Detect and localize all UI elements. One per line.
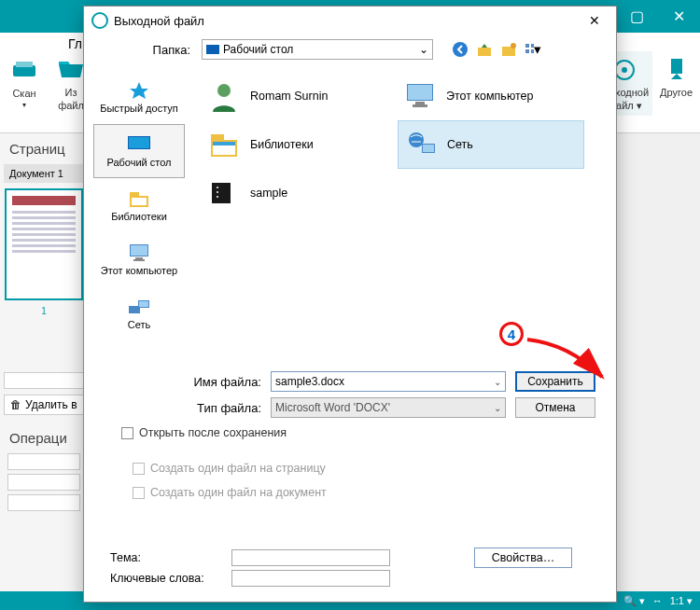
place-network[interactable]: Сеть bbox=[93, 286, 185, 340]
svg-point-41 bbox=[217, 196, 218, 198]
file-browser: Быстрый доступ Рабочий стол Библиотеки Э… bbox=[84, 64, 616, 363]
scanner-icon bbox=[9, 56, 39, 86]
checkbox-icon bbox=[133, 487, 145, 499]
item-sample-folder[interactable]: sample bbox=[202, 169, 398, 217]
dialog-titlebar: Выходной файл ✕ bbox=[84, 7, 616, 35]
pc-icon bbox=[403, 79, 437, 113]
svg-rect-6 bbox=[478, 48, 491, 56]
place-desktop[interactable]: Рабочий стол bbox=[93, 124, 185, 178]
save-button[interactable]: Сохранить bbox=[515, 371, 595, 392]
checkbox-icon bbox=[133, 463, 145, 475]
properties-button[interactable]: Свойства… bbox=[474, 548, 572, 568]
item-user-folder[interactable]: Romam Surnin bbox=[202, 72, 398, 120]
delete-button[interactable]: 🗑 Удалить в bbox=[4, 395, 84, 415]
trash-icon: 🗑 bbox=[10, 398, 21, 411]
one-per-doc-checkbox: Создать один файл на документ bbox=[84, 480, 603, 505]
filename-label: Имя файла: bbox=[84, 375, 271, 389]
one-per-page-checkbox: Создать один файл на страницу bbox=[84, 456, 603, 480]
dialog-title: Выходной файл bbox=[114, 14, 204, 28]
folder-open-icon bbox=[56, 55, 86, 85]
svg-rect-21 bbox=[133, 259, 145, 261]
svg-rect-28 bbox=[415, 102, 425, 104]
svg-rect-10 bbox=[531, 44, 534, 48]
form-area: Имя файла: sample3.docx⌄ Сохранить Тип ф… bbox=[84, 363, 616, 510]
page-thumbnail[interactable] bbox=[5, 188, 83, 300]
item-network[interactable]: Сеть bbox=[398, 120, 584, 169]
svg-point-3 bbox=[622, 67, 627, 73]
maximize-button[interactable]: ▢ bbox=[616, 0, 658, 33]
svg-rect-31 bbox=[211, 134, 224, 141]
star-icon bbox=[126, 80, 152, 101]
statusbar-search-icon[interactable]: 🔍 ▾ bbox=[623, 595, 645, 607]
svg-rect-17 bbox=[132, 198, 147, 205]
chevron-down-icon: ⌄ bbox=[419, 43, 428, 56]
close-dialog-button[interactable]: ✕ bbox=[581, 13, 609, 28]
place-quick-access[interactable]: Быстрый доступ bbox=[93, 70, 185, 124]
statusbar-zoom[interactable]: 1:1 ▾ bbox=[670, 595, 693, 607]
view-menu-icon[interactable]: ▾ bbox=[525, 41, 541, 58]
filename-input[interactable]: sample3.docx⌄ bbox=[271, 371, 506, 392]
new-folder-icon[interactable] bbox=[500, 41, 517, 58]
svg-point-39 bbox=[217, 187, 218, 188]
folder-label: Папка: bbox=[84, 43, 194, 57]
ribbon-scan[interactable]: Скан ▾ bbox=[6, 52, 43, 113]
place-thispc[interactable]: Этот компьютер bbox=[93, 232, 185, 286]
subject-input[interactable] bbox=[231, 549, 390, 566]
svg-rect-38 bbox=[231, 183, 236, 203]
ribbon-other[interactable]: Другое bbox=[656, 51, 696, 116]
metadata-area: Тема: Свойства… Ключевые слова: bbox=[84, 548, 616, 598]
svg-rect-11 bbox=[525, 49, 529, 53]
svg-rect-20 bbox=[135, 257, 143, 259]
ribbon-fromfile-l2: файл bbox=[58, 100, 84, 111]
file-list[interactable]: Romam Surnin Этот компьютер Библиотеки С… bbox=[194, 64, 616, 363]
desktop-icon bbox=[206, 45, 219, 54]
folder-value: Рабочий стол bbox=[223, 43, 293, 56]
network-icon bbox=[126, 297, 152, 317]
statusbar-fit-icon[interactable]: ↔ bbox=[652, 595, 663, 606]
svg-rect-19 bbox=[131, 245, 147, 256]
keywords-label: Ключевые слова: bbox=[110, 572, 231, 585]
operation-field-1[interactable] bbox=[7, 453, 80, 470]
cancel-button[interactable]: Отмена bbox=[515, 397, 595, 418]
close-app-button[interactable]: ✕ bbox=[658, 0, 700, 33]
svg-rect-24 bbox=[139, 301, 148, 307]
annotation-step-marker: 4 bbox=[499, 322, 524, 346]
operation-field-3[interactable] bbox=[7, 494, 80, 511]
svg-rect-33 bbox=[213, 142, 235, 146]
operation-field-2[interactable] bbox=[7, 474, 80, 491]
open-after-checkbox[interactable]: Открыть после сохранения bbox=[84, 421, 603, 445]
svg-rect-9 bbox=[525, 44, 529, 48]
app-icon bbox=[91, 12, 108, 29]
svg-rect-16 bbox=[130, 192, 139, 197]
svg-point-40 bbox=[217, 191, 218, 193]
svg-point-34 bbox=[409, 132, 424, 147]
app-logo bbox=[0, 0, 51, 33]
save-dialog: Выходной файл ✕ Папка: Рабочий стол ⌄ ▾ … bbox=[83, 6, 617, 603]
libraries-icon bbox=[207, 128, 241, 161]
ribbon-other-label: Другое bbox=[660, 87, 693, 98]
network-icon bbox=[404, 128, 438, 161]
chevron-down-icon: ⌄ bbox=[494, 403, 501, 413]
left-panel: Страниц Документ 1 1 🗑 Удалить в Операци bbox=[0, 133, 89, 591]
filetype-label: Тип файла: bbox=[84, 401, 271, 415]
back-icon[interactable] bbox=[452, 41, 469, 58]
keywords-input[interactable] bbox=[231, 570, 390, 587]
pages-heading: Страниц bbox=[4, 137, 84, 160]
subject-label: Тема: bbox=[110, 551, 231, 564]
item-thispc[interactable]: Этот компьютер bbox=[398, 72, 584, 120]
place-libraries[interactable]: Библиотеки bbox=[93, 178, 185, 232]
share-icon bbox=[662, 55, 692, 85]
svg-rect-36 bbox=[423, 145, 434, 152]
svg-rect-4 bbox=[671, 59, 682, 74]
svg-rect-27 bbox=[408, 85, 432, 100]
folder-row: Папка: Рабочий стол ⌄ ▾ bbox=[84, 35, 616, 64]
document-tab[interactable]: Документ 1 bbox=[4, 164, 84, 183]
ribbon-scan-label: Скан bbox=[12, 88, 35, 99]
pc-icon bbox=[126, 243, 152, 263]
svg-point-8 bbox=[511, 43, 516, 49]
zoom-slider[interactable] bbox=[4, 372, 84, 389]
filetype-select[interactable]: Microsoft Word 'DOCX'⌄ bbox=[271, 397, 506, 418]
folder-combobox[interactable]: Рабочий стол ⌄ bbox=[202, 39, 433, 60]
up-folder-icon[interactable] bbox=[476, 41, 493, 58]
item-libraries[interactable]: Библиотеки bbox=[202, 120, 398, 169]
